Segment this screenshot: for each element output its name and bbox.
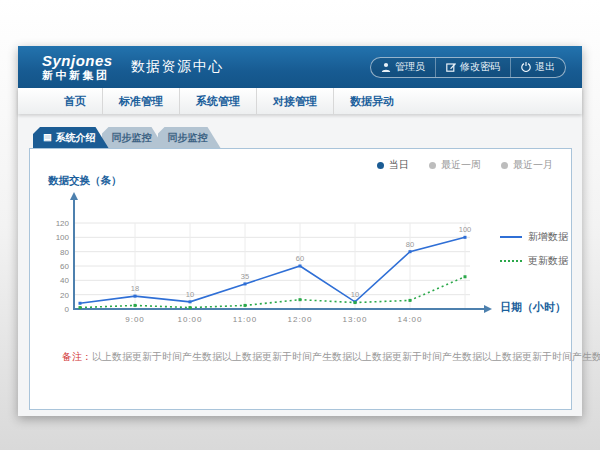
nav-item-0[interactable]: 首页 — [48, 88, 102, 114]
svg-text:20: 20 — [60, 291, 69, 300]
tab-label: 同步监控 — [112, 131, 152, 145]
time-filter-label: 当日 — [389, 158, 409, 172]
logo-brand-text: Synjones — [42, 53, 113, 70]
svg-text:10: 10 — [186, 290, 194, 299]
time-filter-2[interactable]: 最近一月 — [501, 158, 553, 172]
nav-item-2[interactable]: 系统管理 — [179, 88, 256, 114]
radio-icon — [501, 162, 508, 169]
tab-label: 同步监控 — [168, 131, 208, 145]
tab-bar: ▤系统介绍同步监控同步监控 — [33, 127, 572, 148]
svg-text:12:00: 12:00 — [287, 315, 312, 324]
time-range-filters: 当日最近一周最近一月 — [30, 149, 571, 172]
svg-text:100: 100 — [459, 225, 472, 234]
logo-company-name: 新中新集团 — [42, 69, 113, 81]
line-chart: 0204060801001209:0010:0011:0012:0013:001… — [46, 188, 498, 338]
svg-text:80: 80 — [60, 248, 69, 257]
svg-text:40: 40 — [60, 276, 69, 285]
svg-text:11:00: 11:00 — [233, 315, 257, 324]
header-actions: 管理员 修改密码 退出 — [370, 57, 566, 78]
chart-legend: 新增数据更新数据 — [500, 230, 568, 278]
power-icon — [521, 62, 531, 72]
edit-icon — [446, 62, 456, 72]
time-filter-label: 最近一周 — [441, 158, 481, 172]
user-icon — [381, 62, 391, 72]
svg-text:18: 18 — [131, 284, 139, 293]
legend-line-swatch — [500, 260, 522, 262]
change-password-button[interactable]: 修改密码 — [435, 58, 510, 77]
change-password-label: 修改密码 — [460, 60, 500, 74]
data-exchange-chart: 数据交换（条） 0204060801001209:0010:0011:0012:… — [46, 174, 571, 338]
user-button[interactable]: 管理员 — [371, 58, 435, 77]
svg-text:13:00: 13:00 — [342, 315, 367, 324]
company-logo: Synjones 新中新集团 — [42, 53, 113, 82]
tab-0[interactable]: ▤系统介绍 — [33, 127, 109, 148]
system-intro-panel: 当日最近一周最近一月 数据交换（条） 0204060801001209:0010… — [29, 148, 572, 410]
time-filter-0[interactable]: 当日 — [377, 158, 409, 172]
time-filter-label: 最近一月 — [513, 158, 553, 172]
nav-item-1[interactable]: 标准管理 — [102, 88, 179, 114]
nav-item-3[interactable]: 对接管理 — [256, 88, 333, 114]
footnote-text: 以上数据更新于时间产生数据以上数据更新于时间产生数据以上数据更新于时间产生数据以… — [92, 351, 600, 362]
svg-text:80: 80 — [406, 240, 414, 249]
app-window: Synjones 新中新集团 数据资源中心 管理员 修改密码 退出 — [18, 46, 582, 416]
svg-text:60: 60 — [60, 262, 69, 271]
svg-text:9:00: 9:00 — [125, 315, 145, 324]
page-title: 数据资源中心 — [131, 58, 224, 76]
footnote-prefix: 备注： — [62, 351, 92, 362]
radio-icon — [377, 162, 384, 169]
footnote: 备注：以上数据更新于时间产生数据以上数据更新于时间产生数据以上数据更新于时间产生… — [62, 350, 571, 364]
chart-x-axis-title: 日期（小时） — [500, 300, 566, 315]
svg-text:120: 120 — [56, 219, 70, 228]
svg-text:10: 10 — [351, 290, 359, 299]
svg-text:100: 100 — [56, 233, 70, 242]
svg-text:10:00: 10:00 — [177, 315, 202, 324]
user-button-label: 管理员 — [395, 60, 425, 74]
legend-label: 更新数据 — [528, 254, 568, 268]
tab-2[interactable]: 同步监控 — [158, 127, 221, 148]
logout-label: 退出 — [535, 60, 555, 74]
content-area: ▤系统介绍同步监控同步监控 当日最近一周最近一月 数据交换（条） 0204060… — [18, 114, 582, 410]
legend-label: 新增数据 — [528, 230, 568, 244]
svg-text:14:00: 14:00 — [397, 315, 422, 324]
main-nav: 首页标准管理系统管理对接管理数据异动 — [18, 88, 582, 114]
logout-button[interactable]: 退出 — [510, 58, 565, 77]
svg-text:60: 60 — [296, 254, 304, 263]
app-header: Synjones 新中新集团 数据资源中心 管理员 修改密码 退出 — [18, 46, 582, 88]
svg-text:0: 0 — [65, 305, 70, 314]
document-icon: ▤ — [43, 133, 52, 142]
tab-label: 系统介绍 — [56, 131, 96, 145]
legend-item-1: 更新数据 — [500, 254, 568, 268]
svg-text:35: 35 — [241, 272, 249, 281]
tab-1[interactable]: 同步监控 — [102, 127, 165, 148]
chart-side-area: 新增数据更新数据 日期（小时） — [498, 188, 571, 338]
nav-item-4[interactable]: 数据异动 — [333, 88, 410, 114]
radio-icon — [429, 162, 436, 169]
chart-y-axis-title: 数据交换（条） — [48, 174, 571, 188]
legend-item-0: 新增数据 — [500, 230, 568, 244]
legend-line-swatch — [500, 236, 522, 238]
time-filter-1[interactable]: 最近一周 — [429, 158, 481, 172]
